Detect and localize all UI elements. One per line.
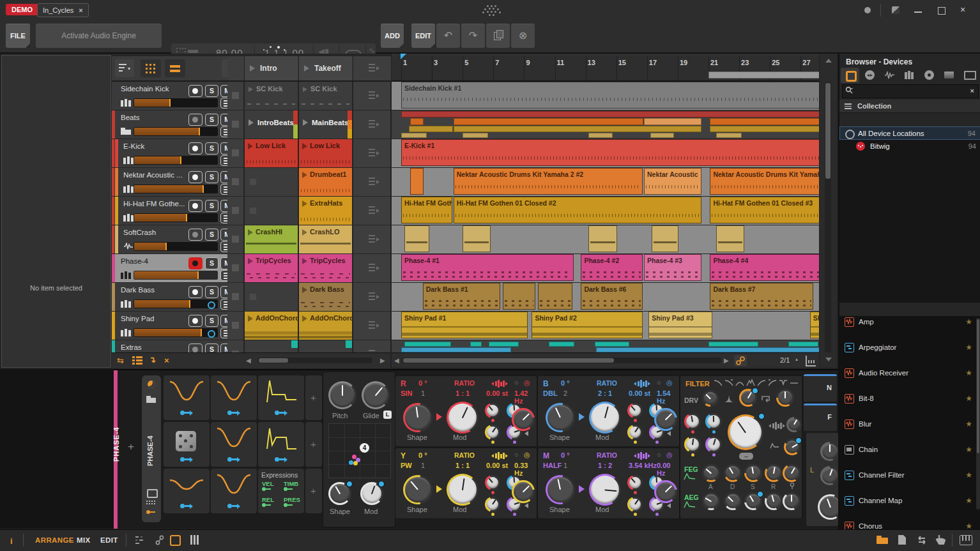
edit-button[interactable]: EDIT bbox=[411, 24, 435, 48]
filter-shape-icon[interactable] bbox=[768, 379, 777, 387]
stereo-icon[interactable]: ◎ bbox=[524, 451, 530, 459]
osc-mod-knob[interactable] bbox=[589, 402, 621, 434]
category-item-channel-map[interactable]: Channel Map★ bbox=[839, 495, 980, 508]
arranger-clip[interactable] bbox=[503, 283, 535, 310]
stereo-icon[interactable]: ◎ bbox=[524, 379, 530, 387]
filter-env-knob[interactable] bbox=[739, 389, 757, 407]
osc-ratio-value[interactable]: 1 : 1 bbox=[456, 462, 470, 469]
osc-semitone-value[interactable]: 3.54 kHz bbox=[629, 462, 657, 469]
spectrum-icon[interactable] bbox=[634, 380, 650, 388]
arranger-clip[interactable] bbox=[410, 168, 423, 195]
arranger-clip[interactable] bbox=[404, 225, 429, 252]
arranger-clip[interactable]: Nektar Acoustic bbox=[644, 168, 701, 195]
osc-ratio-value[interactable]: 1 : 2 bbox=[598, 462, 612, 469]
track-header-phase-4[interactable]: Phase-4SM bbox=[112, 254, 243, 282]
view-edit-button[interactable]: EDIT bbox=[100, 536, 118, 544]
spectrum-icon[interactable] bbox=[634, 452, 650, 460]
search-clear-icon[interactable]: × bbox=[970, 87, 974, 94]
phase-free-icon[interactable]: ○ bbox=[657, 451, 661, 458]
clip-options-cell[interactable] bbox=[353, 225, 390, 253]
osc-mod-knob[interactable] bbox=[447, 402, 479, 434]
location-item-all-device-locations[interactable]: All Device Locations94 bbox=[839, 126, 980, 140]
minimize-icon[interactable] bbox=[914, 11, 922, 13]
solo-button[interactable]: S bbox=[205, 315, 218, 327]
modulator-cell-env2[interactable] bbox=[258, 422, 304, 467]
glide-knob[interactable] bbox=[362, 381, 390, 409]
filter-shape-icon[interactable] bbox=[724, 379, 733, 387]
osc-mode-num[interactable]: 1 bbox=[421, 462, 425, 469]
loop-region-bar[interactable] bbox=[708, 72, 819, 79]
track-header-extras[interactable]: ExtrasSM bbox=[112, 340, 243, 352]
launcher-scroll-thumb[interactable] bbox=[259, 358, 288, 363]
group-sub-clip[interactable] bbox=[401, 111, 819, 117]
scroll-left-icon[interactable]: ◀ bbox=[246, 357, 251, 364]
file-button[interactable]: FILE bbox=[6, 24, 30, 48]
filter-shape-icon[interactable] bbox=[757, 379, 766, 387]
single-panel-layout-icon[interactable] bbox=[170, 535, 181, 546]
file-icon[interactable] bbox=[898, 534, 907, 545]
scene-header-intro[interactable]: Intro bbox=[244, 56, 298, 80]
clip-slot[interactable] bbox=[244, 283, 298, 311]
clip-stop-cell[interactable] bbox=[227, 139, 243, 167]
arranger-clip[interactable]: Phase-4 #1 bbox=[401, 254, 574, 281]
arranger-clip[interactable] bbox=[463, 225, 491, 252]
solo-button[interactable]: S bbox=[205, 200, 218, 212]
mod-route-icon[interactable] bbox=[227, 503, 240, 509]
zoom-ratio-chevron[interactable]: ▴ bbox=[795, 356, 798, 362]
osc-letter[interactable]: M bbox=[543, 451, 549, 460]
record-arm-button[interactable] bbox=[188, 200, 203, 212]
osc-mod-source-knob[interactable] bbox=[627, 497, 643, 512]
modulator-cell-sineShallow[interactable] bbox=[164, 469, 210, 513]
arranger-scroll-thumb[interactable] bbox=[403, 358, 614, 363]
osc-semitone-value[interactable]: 0.00 st bbox=[486, 462, 508, 469]
arranger-clip[interactable]: Dark Bass #1 bbox=[423, 283, 500, 310]
clip-options-cell[interactable] bbox=[353, 82, 390, 110]
drive-knob[interactable] bbox=[702, 390, 719, 407]
modulator-cell-dice[interactable] bbox=[164, 422, 210, 467]
category-item-amp[interactable]: Amp★ bbox=[839, 316, 980, 329]
feg-knob[interactable] bbox=[702, 464, 720, 482]
feg-knob[interactable] bbox=[724, 464, 742, 482]
osc-phase-value[interactable]: 0 ° bbox=[418, 451, 427, 459]
osc-semitone-value[interactable]: 0.00 st bbox=[629, 389, 650, 397]
group-sub-clip[interactable] bbox=[454, 118, 643, 125]
group-sub-clip[interactable] bbox=[401, 347, 511, 352]
record-arm-button[interactable] bbox=[188, 257, 203, 269]
solo-button[interactable]: S bbox=[205, 257, 218, 269]
play-icon[interactable] bbox=[304, 65, 309, 72]
clip-slot[interactable]: ExtraHats bbox=[298, 197, 352, 225]
hand-pointer-icon[interactable] bbox=[935, 534, 946, 545]
clip-options-cell[interactable] bbox=[353, 168, 390, 196]
clip-stop-cell[interactable] bbox=[227, 340, 243, 352]
link-views-icon[interactable] bbox=[155, 535, 164, 545]
filter-mod-source-knob[interactable] bbox=[705, 413, 722, 430]
osc-rate-value[interactable]: 1.42 Hz bbox=[514, 389, 537, 405]
mod-route-icon[interactable] bbox=[180, 457, 193, 462]
browser-section-collection[interactable]: Collection bbox=[839, 100, 980, 113]
track-header-shiny-pad[interactable]: Shiny PadSM bbox=[112, 312, 243, 340]
group-sub-clip[interactable] bbox=[489, 342, 519, 347]
spectrum-icon[interactable] bbox=[769, 422, 785, 430]
osc-mode-num[interactable]: 1 bbox=[563, 462, 567, 469]
partial-knob[interactable] bbox=[820, 466, 838, 485]
clip-stop-cell[interactable] bbox=[227, 283, 243, 311]
track-hierarchy-button[interactable]: ▾ bbox=[115, 59, 134, 77]
stereo-icon[interactable]: ◎ bbox=[666, 379, 673, 387]
partial-knob[interactable] bbox=[818, 494, 838, 520]
modulator-cell-sine[interactable] bbox=[211, 469, 257, 513]
arranger-clip[interactable]: Hi-Hat FM Gothen 01 Closed #2 bbox=[454, 197, 701, 223]
osc-phase-value[interactable]: 0 ° bbox=[561, 379, 570, 387]
arranger-clip[interactable]: E-Kick #1 bbox=[401, 139, 819, 166]
arranger-clip[interactable]: Nektar Acoustic Drums Kit Yamaha 2 #2 bbox=[454, 168, 643, 195]
expression-pres[interactable]: PRES bbox=[284, 496, 300, 503]
osc-level-knob[interactable] bbox=[654, 480, 677, 503]
group-sub-clip[interactable] bbox=[716, 133, 742, 138]
browser-tab-multisample[interactable] bbox=[900, 68, 919, 83]
expression-vel[interactable]: VEL bbox=[262, 480, 273, 487]
redo-button[interactable]: ↷ bbox=[461, 24, 485, 48]
clip-stop-cell[interactable] bbox=[227, 254, 243, 282]
osc-semitone-value[interactable]: 0.00 st bbox=[486, 389, 508, 397]
remote-controls-icon[interactable] bbox=[147, 489, 158, 498]
group-sub-clip[interactable] bbox=[708, 342, 758, 347]
clip-slot[interactable]: AddOnChord bbox=[244, 312, 298, 340]
